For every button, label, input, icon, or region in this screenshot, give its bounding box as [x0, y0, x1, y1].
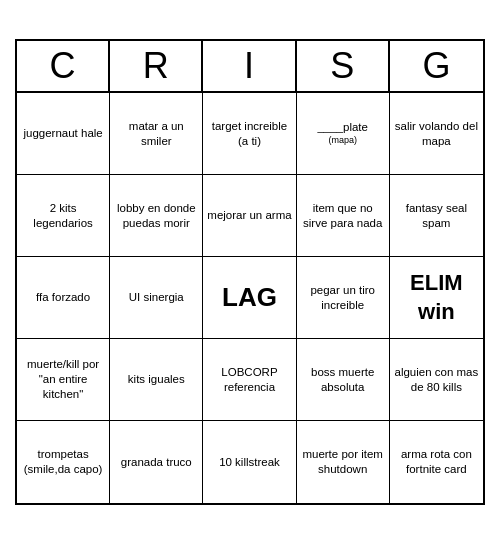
- bingo-cell-0: juggernaut hale: [17, 93, 110, 175]
- header-letter-i: I: [203, 41, 296, 91]
- bingo-cell-8: item que no sirve para nada: [297, 175, 390, 257]
- bingo-cell-24: arma rota con fortnite card: [390, 421, 483, 503]
- bingo-cell-12: LAG: [203, 257, 296, 339]
- header-letter-r: R: [110, 41, 203, 91]
- bingo-cell-9: fantasy seal spam: [390, 175, 483, 257]
- bingo-cell-22: 10 killstreak: [203, 421, 296, 503]
- bingo-cell-4: salir volando del mapa: [390, 93, 483, 175]
- bingo-cell-7: mejorar un arma: [203, 175, 296, 257]
- bingo-cell-23: muerte por item shutdown: [297, 421, 390, 503]
- bingo-cell-14: ELIM win: [390, 257, 483, 339]
- bingo-cell-16: kits iguales: [110, 339, 203, 421]
- bingo-cell-13: pegar un tiro increible: [297, 257, 390, 339]
- bingo-cell-10: ffa forzado: [17, 257, 110, 339]
- bingo-cell-5: 2 kits legendarios: [17, 175, 110, 257]
- bingo-cell-19: alguien con mas de 80 kills: [390, 339, 483, 421]
- bingo-cell-15: muerte/kill por "an entire kitchen": [17, 339, 110, 421]
- header-letter-s: S: [297, 41, 390, 91]
- bingo-cell-2: target increible (a ti): [203, 93, 296, 175]
- bingo-grid: juggernaut halematar a un smilertarget i…: [17, 93, 483, 503]
- header-row: CRISG: [17, 41, 483, 93]
- bingo-cell-20: trompetas (smile,da capo): [17, 421, 110, 503]
- header-letter-g: G: [390, 41, 483, 91]
- bingo-cell-18: boss muerte absoluta: [297, 339, 390, 421]
- bingo-cell-11: UI sinergia: [110, 257, 203, 339]
- bingo-cell-3: ____plate(mapa): [297, 93, 390, 175]
- bingo-board: CRISG juggernaut halematar a un smilerta…: [15, 39, 485, 505]
- bingo-cell-21: granada truco: [110, 421, 203, 503]
- bingo-cell-17: LOBCORP referencia: [203, 339, 296, 421]
- bingo-cell-6: lobby en donde puedas morir: [110, 175, 203, 257]
- header-letter-c: C: [17, 41, 110, 91]
- bingo-cell-1: matar a un smiler: [110, 93, 203, 175]
